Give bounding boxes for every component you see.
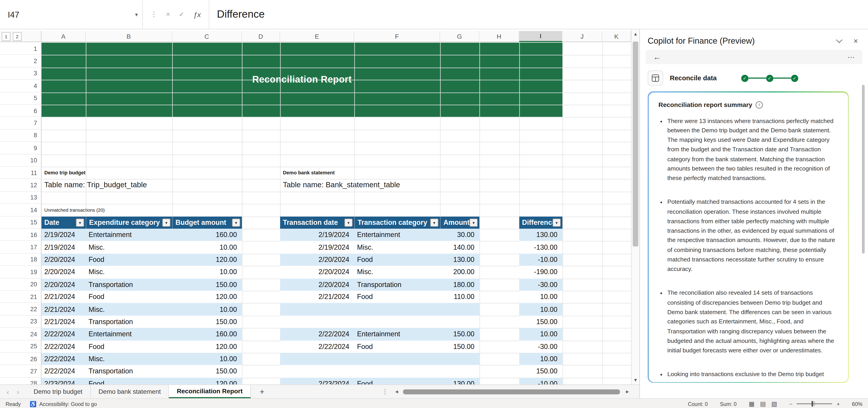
cell[interactable]: 120.00	[172, 254, 242, 266]
row-number-12[interactable]: 12	[0, 179, 41, 192]
row-number-28[interactable]: 28	[0, 378, 41, 384]
cell[interactable]: 160.00	[172, 328, 242, 340]
cell[interactable]	[280, 353, 354, 365]
cell[interactable]: -190.00	[519, 266, 562, 279]
cell[interactable]: 2/19/2024	[280, 241, 354, 254]
outline-level-2-button[interactable]: 2	[13, 32, 22, 41]
row-number-7[interactable]: 7	[0, 117, 41, 129]
zoom-slider-thumb[interactable]	[812, 401, 813, 406]
column-header-E[interactable]: E	[280, 31, 354, 42]
cell[interactable]: 2/21/2024	[41, 291, 86, 303]
cell[interactable]	[440, 365, 479, 378]
cell[interactable]: 130.00	[519, 229, 562, 241]
cell[interactable]: 10.00	[172, 353, 242, 365]
sheet-tab-demo-trip-budget[interactable]: Demo trip budget	[26, 385, 91, 398]
sheet-tab-demo-bank-statement[interactable]: Demo bank statement	[91, 385, 169, 398]
column-header-F[interactable]: F	[354, 31, 440, 42]
row-number-25[interactable]: 25	[0, 340, 41, 353]
cell[interactable]: 200.00	[440, 266, 479, 279]
cell[interactable]: Entertainment	[354, 328, 440, 340]
row-number-13[interactable]: 13	[0, 192, 41, 204]
horizontal-scrollbar-track[interactable]	[401, 388, 623, 395]
header-cell[interactable]: Amount▼	[440, 216, 479, 229]
filter-button[interactable]: ▼	[344, 218, 352, 227]
cell[interactable]	[354, 316, 440, 328]
cell[interactable]: 160.00	[172, 229, 242, 241]
column-header-K[interactable]: K	[602, 31, 631, 42]
cell[interactable]: Misc.	[86, 353, 172, 365]
normal-view-icon[interactable]: ▦	[749, 400, 754, 407]
cell[interactable]: 150.00	[172, 279, 242, 291]
cell[interactable]: 2/21/2024	[280, 291, 354, 303]
cell[interactable]	[354, 303, 440, 316]
cell[interactable]: 150.00	[519, 316, 562, 328]
tabbar-kebab-icon[interactable]: ⋮	[377, 385, 393, 398]
header-cell[interactable]: Difference▼	[519, 216, 562, 229]
row-number-26[interactable]: 26	[0, 353, 41, 365]
cell[interactable]: 2/20/2024	[280, 266, 354, 279]
page-layout-view-icon[interactable]: ▤	[760, 400, 766, 407]
row-number-17[interactable]: 17	[0, 241, 41, 254]
cell[interactable]: 130.00	[440, 254, 479, 266]
cell[interactable]: 10.00	[519, 353, 562, 365]
cell[interactable]	[440, 353, 479, 365]
row-number-6[interactable]: 6	[0, 105, 41, 117]
formula-input[interactable]: Difference	[209, 8, 265, 21]
sheet-tab-reconciliation-report[interactable]: Reconciliation Report	[169, 385, 251, 398]
scroll-left-icon[interactable]: ◄	[393, 389, 401, 394]
cell[interactable]: Food	[86, 377, 172, 384]
row-number-23[interactable]: 23	[0, 316, 41, 328]
row-number-2[interactable]: 2	[0, 55, 41, 67]
cell[interactable]: 2/23/2024	[280, 377, 354, 384]
cell[interactable]	[280, 365, 354, 378]
more-options-icon[interactable]: ⋯	[847, 53, 855, 61]
cell[interactable]: Food	[354, 291, 440, 303]
insert-function-icon[interactable]: ƒx	[193, 10, 201, 19]
copilot-scrollbar-thumb[interactable]	[862, 85, 865, 254]
zoom-out-icon[interactable]: −	[789, 401, 793, 407]
name-box[interactable]: I47 ▾	[0, 0, 143, 29]
cell[interactable]	[440, 316, 479, 328]
accessibility-status[interactable]: Accessibility: Good to go	[39, 401, 97, 407]
cell[interactable]: 10.00	[519, 328, 562, 340]
enter-icon[interactable]: ✓	[179, 11, 184, 18]
cell[interactable]: 2/22/2024	[41, 365, 86, 378]
cell[interactable]: 2/20/2024	[280, 254, 354, 266]
cell[interactable]: Misc.	[86, 266, 172, 279]
next-sheet-icon[interactable]: ›	[17, 387, 19, 396]
header-cell[interactable]: Transaction date▼	[280, 216, 354, 229]
vertical-scrollbar-thumb[interactable]	[633, 41, 638, 246]
vertical-scrollbar[interactable]: ▲ ▼	[631, 29, 640, 384]
worksheet-grid[interactable]: 1 2 Reconciliation Report Demo trip budg…	[0, 29, 640, 384]
cell[interactable]: 2/20/2024	[41, 266, 86, 279]
cell[interactable]: 110.00	[440, 291, 479, 303]
column-header-G[interactable]: G	[440, 31, 479, 42]
scroll-up-icon[interactable]: ▲	[631, 30, 639, 38]
cell[interactable]: Food	[86, 291, 172, 303]
cell[interactable]: 2/20/2024	[41, 254, 86, 266]
header-cell[interactable]: Expenditure category▼	[86, 216, 172, 229]
cell[interactable]	[440, 303, 479, 316]
cell[interactable]: -10.00	[519, 377, 562, 384]
back-icon[interactable]: ←	[653, 53, 661, 61]
cell[interactable]: 150.00	[519, 365, 562, 378]
filter-button[interactable]: ▼	[553, 218, 561, 227]
cell[interactable]: 2/22/2024	[41, 328, 86, 340]
cell[interactable]: Food	[354, 377, 440, 384]
header-cell[interactable]: Transaction category▼	[354, 216, 440, 229]
cell[interactable]: Misc.	[86, 241, 172, 254]
cell[interactable]: 2/22/2024	[280, 328, 354, 340]
cell[interactable]: 30.00	[440, 229, 479, 241]
cell[interactable]: 10.00	[519, 303, 562, 316]
column-header-B[interactable]: B	[86, 31, 172, 42]
cell[interactable]: 2/19/2024	[41, 229, 86, 241]
add-sheet-button[interactable]: +	[251, 385, 273, 398]
cell[interactable]: 150.00	[440, 328, 479, 340]
prev-sheet-icon[interactable]: ‹	[6, 387, 9, 396]
column-header-C[interactable]: C	[172, 31, 242, 42]
cell[interactable]: 120.00	[172, 291, 242, 303]
cell[interactable]: 10.00	[519, 291, 562, 303]
panel-collapse-icon[interactable]	[836, 36, 842, 43]
row-number-19[interactable]: 19	[0, 266, 41, 279]
header-cell[interactable]: Date▼	[41, 216, 86, 229]
